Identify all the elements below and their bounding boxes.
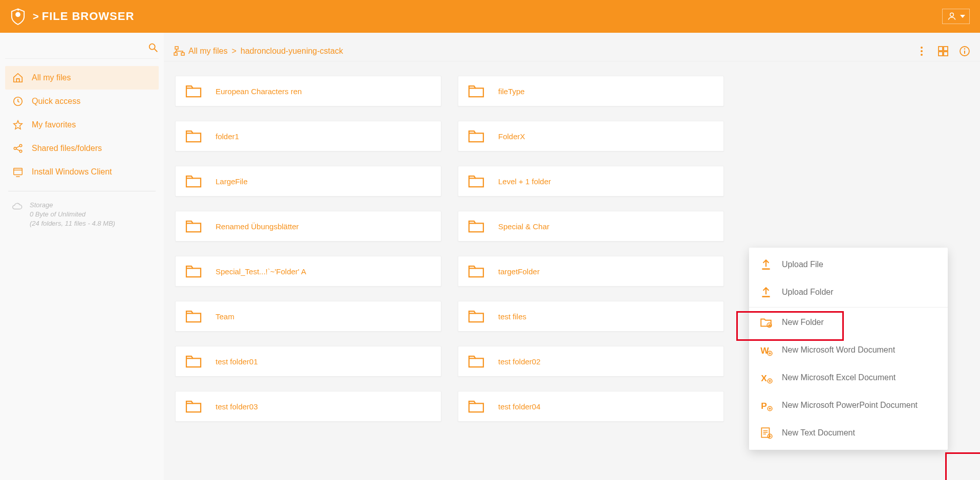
cm-label: New Folder — [782, 318, 824, 327]
folder-icon — [467, 84, 485, 98]
svg-point-15 — [921, 47, 923, 49]
search-icon[interactable] — [147, 42, 159, 53]
folder-card[interactable]: fileType — [458, 76, 724, 106]
folder-card[interactable]: targetFolder — [458, 256, 724, 287]
folder-label: LargeFile — [216, 177, 248, 186]
folder-card[interactable]: test folder03 — [175, 391, 441, 422]
breadcrumb-current[interactable]: hadroncloud-yuening-cstack — [241, 47, 343, 56]
folder-label: targetFolder — [498, 267, 540, 276]
folder-label: Level + 1 folder — [498, 177, 551, 186]
folder-icon — [185, 129, 202, 143]
divider — [8, 191, 156, 191]
folder-card[interactable]: European Characters ren — [175, 76, 441, 106]
folder-card[interactable]: LargeFile — [175, 166, 441, 197]
cm-upload-file[interactable]: Upload File — [749, 251, 948, 278]
text-document-icon — [759, 426, 773, 440]
folder-label: Special_Test...!`~'Folder' A — [216, 267, 306, 276]
svg-point-24 — [964, 48, 966, 50]
folder-icon — [185, 264, 202, 278]
menu-separator — [749, 307, 948, 308]
svg-rect-9 — [14, 168, 23, 175]
breadcrumb: All my files > hadroncloud-yuening-cstac… — [173, 45, 343, 57]
share-icon — [12, 143, 24, 154]
folder-label: folder1 — [216, 132, 239, 141]
sidebar-item-label: Shared files/folders — [32, 144, 102, 153]
folder-icon — [467, 219, 485, 233]
folder-icon — [467, 354, 485, 368]
user-menu-button[interactable] — [942, 9, 970, 24]
windows-icon — [12, 166, 24, 178]
word-icon: W — [759, 343, 773, 357]
svg-line-2 — [155, 49, 158, 52]
folder-label: test folder01 — [216, 357, 258, 366]
folder-label: test folder02 — [498, 357, 541, 366]
folder-label: European Characters ren — [216, 87, 302, 96]
toolbar: All my files > hadroncloud-yuening-cstac… — [164, 33, 980, 61]
grid-view-icon[interactable] — [937, 45, 949, 57]
folder-card[interactable]: Special_Test...!`~'Folder' A — [175, 256, 441, 287]
svg-point-1 — [150, 44, 155, 50]
folder-card[interactable]: Level + 1 folder — [458, 166, 724, 197]
excel-icon: X — [759, 371, 773, 384]
user-icon — [947, 11, 957, 21]
storage-title: Storage — [30, 201, 115, 210]
breadcrumb-root[interactable]: All my files — [188, 47, 227, 56]
cm-new-word[interactable]: W New Microsoft Word Document — [749, 336, 948, 364]
svg-point-0 — [950, 13, 954, 16]
cloud-icon — [11, 202, 23, 211]
folder-label: Team — [216, 312, 235, 321]
svg-text:X: X — [761, 373, 767, 383]
folder-card[interactable]: FolderX — [458, 121, 724, 151]
folder-icon — [185, 84, 202, 98]
upload-folder-icon — [759, 286, 773, 299]
search-row — [5, 39, 159, 59]
storage-usage: 0 Byte of Unlimited — [30, 210, 115, 219]
star-icon — [12, 119, 24, 130]
svg-rect-14 — [181, 53, 184, 55]
sidebar-item-my-favorites[interactable]: My favorites — [5, 113, 159, 137]
folder-card[interactable]: folder1 — [175, 121, 441, 151]
svg-rect-13 — [174, 53, 177, 55]
folder-label: Special & Char — [498, 222, 549, 231]
folder-card[interactable]: Special & Char — [458, 211, 724, 242]
sidebar-item-shared[interactable]: Shared files/folders — [5, 137, 159, 160]
folder-label: fileType — [498, 87, 525, 96]
breadcrumb-separator: > — [231, 47, 236, 56]
svg-point-16 — [921, 50, 923, 52]
cm-new-folder[interactable]: New Folder — [749, 309, 948, 336]
cm-new-powerpoint[interactable]: P New Microsoft PowerPoint Document — [749, 391, 948, 419]
new-folder-icon — [759, 316, 773, 329]
folder-label: test folder03 — [216, 402, 258, 411]
folder-card[interactable]: Renamed Übungsblätter — [175, 211, 441, 242]
folder-card[interactable]: test folder04 — [458, 391, 724, 422]
svg-line-7 — [16, 146, 19, 148]
chevron-down-icon — [960, 15, 965, 18]
svg-text:P: P — [761, 401, 767, 411]
cm-new-text[interactable]: New Text Document — [749, 419, 948, 447]
sidebar-item-all-my-files[interactable]: All my files — [5, 66, 159, 90]
folder-label: FolderX — [498, 132, 525, 141]
home-icon — [12, 72, 24, 83]
info-icon[interactable] — [958, 45, 971, 57]
folder-card[interactable]: test files — [458, 301, 724, 332]
folder-icon — [467, 309, 485, 323]
svg-point-17 — [921, 54, 923, 56]
folder-icon — [185, 309, 202, 323]
folder-card[interactable]: test folder02 — [458, 346, 724, 377]
cm-upload-folder[interactable]: Upload Folder — [749, 278, 948, 306]
more-options-icon[interactable] — [915, 45, 928, 57]
folder-icon — [467, 399, 485, 413]
storage-info: Storage 0 Byte of Unlimited (24 folders,… — [5, 199, 159, 231]
folder-icon — [185, 399, 202, 413]
sidebar-item-install-client[interactable]: Install Windows Client — [5, 160, 159, 184]
app-logo-icon — [10, 8, 26, 25]
folder-icon — [185, 174, 202, 188]
clock-icon — [12, 96, 24, 107]
sidebar-item-quick-access[interactable]: Quick access — [5, 90, 159, 113]
folder-card[interactable]: Team — [175, 301, 441, 332]
folder-icon — [467, 129, 485, 143]
sidebar-item-label: All my files — [32, 73, 71, 82]
cm-new-excel[interactable]: X New Microsoft Excel Document — [749, 364, 948, 391]
folder-card[interactable]: test folder01 — [175, 346, 441, 377]
app-header: > FILE BROWSER — [0, 0, 980, 33]
